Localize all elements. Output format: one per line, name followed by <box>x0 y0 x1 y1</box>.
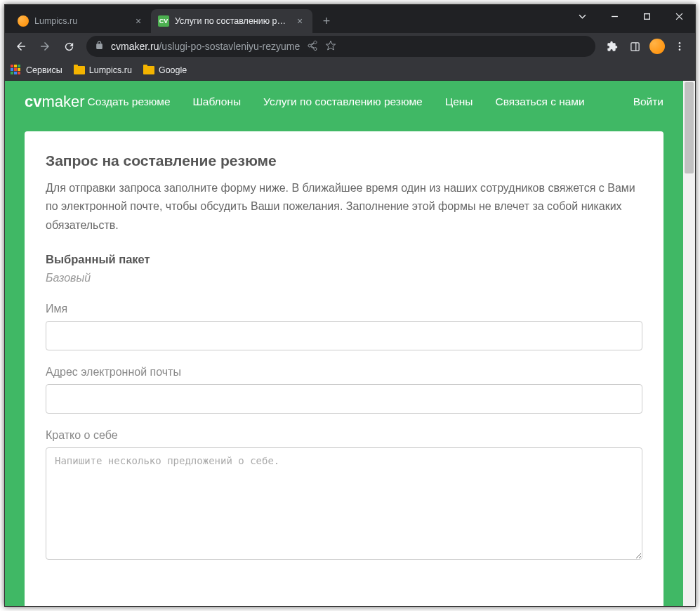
reload-button[interactable] <box>58 36 79 57</box>
star-icon[interactable] <box>325 40 336 53</box>
favicon-cv-icon: CV <box>158 15 169 27</box>
tab-lumpics[interactable]: Lumpics.ru × <box>11 9 151 33</box>
close-icon[interactable]: × <box>294 15 305 27</box>
folder-icon <box>74 66 85 74</box>
about-textarea[interactable] <box>46 447 642 560</box>
extensions-icon[interactable] <box>602 37 622 56</box>
name-input[interactable] <box>46 321 642 350</box>
toolbar: cvmaker.ru/uslugi-po-sostavleniyu-rezyum… <box>5 33 695 60</box>
bookmark-google[interactable]: Google <box>143 65 187 75</box>
form-intro: Для отправки запроса заполните форму ниж… <box>46 179 642 235</box>
profile-avatar[interactable] <box>647 37 667 56</box>
lock-icon <box>95 41 104 52</box>
bookmark-label: Сервисы <box>26 65 62 75</box>
back-button[interactable] <box>11 36 32 57</box>
bookmark-label: Google <box>159 65 187 75</box>
nav-create-resume[interactable]: Создать резюме <box>88 96 171 108</box>
favicon-orange-icon <box>18 15 29 27</box>
apps-icon <box>11 65 22 76</box>
browser-window: Lumpics.ru × CV Услуги по составлению ре… <box>4 4 696 607</box>
bookmark-apps[interactable]: Сервисы <box>11 65 62 76</box>
close-window-button[interactable] <box>663 5 695 27</box>
menu-icon[interactable] <box>670 37 689 56</box>
package-value: Базовый <box>46 272 642 284</box>
tabs-area: Lumpics.ru × CV Услуги по составлению ре… <box>5 5 566 33</box>
scrollbar[interactable] <box>683 81 695 606</box>
form-heading: Запрос на составление резюме <box>46 152 642 169</box>
window-controls <box>566 5 695 33</box>
svg-rect-1 <box>644 13 649 19</box>
minimize-button[interactable] <box>598 5 630 27</box>
address-actions <box>307 40 336 53</box>
scrollbar-thumb[interactable] <box>685 82 694 173</box>
sidepanel-icon[interactable] <box>625 37 645 56</box>
svg-point-6 <box>679 48 681 51</box>
about-group: Кратко о себе <box>46 429 642 563</box>
name-label: Имя <box>46 303 642 315</box>
svg-rect-2 <box>630 42 638 50</box>
nav-services[interactable]: Услуги по составлению резюме <box>263 96 423 108</box>
tab-cvmaker[interactable]: CV Услуги по составлению резюме × <box>151 9 312 33</box>
url-text: cvmaker.ru/uslugi-po-sostavleniyu-rezyum… <box>111 41 300 52</box>
site-header: cvmaker Создать резюме Шаблоны Услуги по… <box>5 81 683 123</box>
site-logo[interactable]: cvmaker <box>25 93 85 111</box>
address-bar[interactable]: cvmaker.ru/uslugi-po-sostavleniyu-rezyum… <box>86 36 595 57</box>
share-icon[interactable] <box>307 40 318 53</box>
svg-point-5 <box>679 46 681 48</box>
forward-button[interactable] <box>34 36 55 57</box>
titlebar: Lumpics.ru × CV Услуги по составлению ре… <box>5 5 695 33</box>
email-group: Адрес электронной почты <box>46 366 642 414</box>
nav-pricing[interactable]: Цены <box>445 96 473 108</box>
bookmark-label: Lumpics.ru <box>89 65 132 75</box>
chevron-down-icon[interactable] <box>566 5 598 27</box>
page-content: cvmaker Создать резюме Шаблоны Услуги по… <box>5 81 683 606</box>
nav-login[interactable]: Войти <box>633 96 663 108</box>
about-label: Кратко о себе <box>46 429 642 442</box>
new-tab-button[interactable]: + <box>317 11 336 31</box>
request-form-card: Запрос на составление резюме Для отправк… <box>25 131 663 606</box>
folder-icon <box>143 66 154 74</box>
svg-point-4 <box>679 42 681 44</box>
name-group: Имя <box>46 303 642 350</box>
email-label: Адрес электронной почты <box>46 366 642 379</box>
tab-title: Услуги по составлению резюме <box>175 16 290 26</box>
nav-contact[interactable]: Связаться с нами <box>495 96 584 108</box>
main-nav: Создать резюме Шаблоны Услуги по составл… <box>88 96 633 108</box>
package-label: Выбранный пакет <box>46 253 642 266</box>
tab-title: Lumpics.ru <box>34 16 128 26</box>
nav-templates[interactable]: Шаблоны <box>193 96 242 108</box>
email-input[interactable] <box>46 384 642 414</box>
maximize-button[interactable] <box>630 5 663 27</box>
bookmark-lumpics[interactable]: Lumpics.ru <box>74 65 132 75</box>
viewport: cvmaker Создать резюме Шаблоны Услуги по… <box>5 81 695 606</box>
close-icon[interactable]: × <box>133 15 144 27</box>
bookmarks-bar: Сервисы Lumpics.ru Google <box>5 60 695 81</box>
